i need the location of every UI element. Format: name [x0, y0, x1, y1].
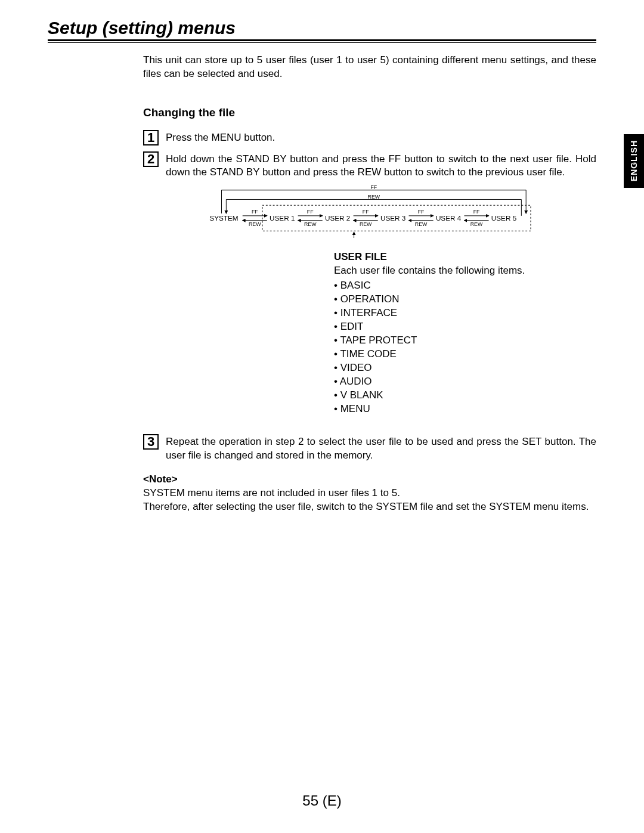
user-file-block: USER FILE Each user file contains the fo…: [334, 250, 596, 416]
user-file-item: OPERATION: [334, 293, 596, 306]
diagram-top-rew-label: REW: [368, 194, 380, 200]
subheading-changing-file: Changing the file: [143, 105, 596, 120]
user-file-item: AUDIO: [334, 375, 596, 389]
step-2-text: Hold down the STAND BY button and press …: [166, 151, 596, 180]
user-file-item: INTERFACE: [334, 306, 596, 320]
diagram-top-ff-label: FF: [370, 185, 377, 190]
diagram-ff-2: FF: [307, 209, 314, 215]
user-file-desc: Each user file contains the following it…: [334, 264, 596, 278]
diagram-node-user3: USER 3: [380, 214, 405, 222]
language-tab: ENGLISH: [624, 134, 644, 188]
user-file-title: USER FILE: [334, 250, 596, 264]
step-number-1: 1: [143, 130, 159, 145]
diagram-rew-2: REW: [304, 222, 317, 228]
diagram-svg: FF REW SYSTEM USER 1 USER 2 USER 3 USER …: [203, 185, 537, 239]
user-file-item: VIDEO: [334, 361, 596, 375]
language-tab-label: ENGLISH: [629, 140, 639, 181]
diagram-node-user2: USER 2: [325, 214, 350, 222]
step-1-text: Press the MENU button.: [166, 130, 596, 145]
step-3-text: Repeat the operation in step 2 to select…: [166, 434, 596, 463]
step-number-2: 2: [143, 151, 159, 167]
page-title: Setup (setting) menus: [48, 18, 596, 38]
step-2: 2 Hold down the STAND BY button and pres…: [143, 151, 596, 180]
user-file-item: EDIT: [334, 320, 596, 334]
diagram-rew-4: REW: [415, 222, 428, 228]
user-file-item: MENU: [334, 402, 596, 416]
user-file-item: V BLANK: [334, 389, 596, 402]
title-rule-thin: [48, 42, 596, 43]
diagram-node-system: SYSTEM: [209, 214, 238, 222]
diagram-rew-3: REW: [360, 222, 372, 228]
user-file-item: TIME CODE: [334, 348, 596, 361]
user-file-diagram: FF REW SYSTEM USER 1 USER 2 USER 3 USER …: [203, 185, 596, 243]
diagram-ff-3: FF: [363, 209, 369, 215]
note-line-2: Therefore, after selecting the user file…: [143, 500, 596, 514]
diagram-rew-5: REW: [470, 222, 483, 228]
step-number-3: 3: [143, 434, 159, 450]
user-file-item: BASIC: [334, 279, 596, 293]
user-file-item: TAPE PROTECT: [334, 334, 596, 348]
diagram-node-user4: USER 4: [436, 214, 462, 222]
diagram-rew-1: REW: [249, 222, 261, 228]
title-rule-thick: [48, 39, 596, 41]
step-1: 1 Press the MENU button.: [143, 130, 596, 145]
note-line-1: SYSTEM menu items are not included in us…: [143, 487, 596, 500]
page-number: 55 (E): [0, 792, 644, 809]
step-3: 3 Repeat the operation in step 2 to sele…: [143, 434, 596, 463]
note-title: <Note>: [143, 473, 596, 487]
user-file-list: BASIC OPERATION INTERFACE EDIT TAPE PROT…: [334, 279, 596, 416]
intro-text: This unit can store up to 5 user files (…: [143, 54, 596, 81]
diagram-ff-4: FF: [418, 209, 425, 215]
diagram-ff-1: FF: [252, 209, 258, 215]
diagram-node-user5: USER 5: [491, 214, 517, 222]
diagram-ff-5: FF: [473, 209, 480, 215]
diagram-node-user1: USER 1: [270, 214, 295, 222]
